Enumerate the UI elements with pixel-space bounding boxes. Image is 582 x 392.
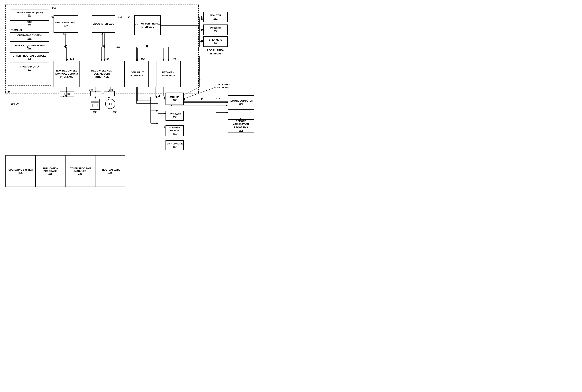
svg-marker-117	[164, 96, 166, 98]
ref-173: 173	[216, 97, 220, 100]
app-programs-bottom-cell: APPLICATION PROGRAMS 145	[36, 156, 66, 186]
microphone-box: MICROPHONE 163	[166, 140, 184, 150]
other-modules-bottom-cell: OTHER PROGRAM MODULES 146	[66, 156, 96, 186]
os-bottom-cell: OPERATING SYSTEM 144	[6, 156, 36, 186]
floppy-disk-icon	[90, 99, 100, 110]
svg-marker-59	[226, 104, 228, 106]
nonremovable-box: NON-REMOVABLE NON-VOL. MEMORY INTERFACE	[54, 61, 80, 87]
program-data-box: PROGRAM DATA 137	[10, 64, 49, 73]
svg-marker-81	[94, 96, 96, 98]
ref-151: 151	[89, 89, 93, 92]
svg-marker-40	[156, 110, 158, 112]
ref-160: 160	[141, 58, 145, 60]
ref-152: 152	[92, 111, 96, 114]
svg-marker-83	[108, 96, 110, 98]
floppy-drive-icon	[90, 91, 101, 96]
ram-label: (RAM) 132	[11, 29, 22, 32]
ref-155: 155	[109, 89, 113, 92]
ref-171: 171	[198, 78, 202, 81]
svg-marker-110	[202, 16, 203, 18]
bios-box: BIOS 133	[10, 20, 49, 27]
ref-170: 170	[172, 58, 176, 60]
keyboard-box: KEYBOARD 162	[166, 111, 184, 121]
processing-unit-box: PROCESSING UNIT 120	[54, 16, 78, 33]
hard-drive-icon	[60, 91, 74, 97]
ref-130: 130	[52, 7, 56, 10]
cd-drive-icon	[104, 91, 115, 96]
svg-marker-126	[226, 112, 228, 114]
program-data-bottom-cell: PROGRAM DATA 147	[96, 156, 125, 186]
svg-marker-25	[202, 40, 203, 42]
svg-marker-38	[156, 96, 158, 98]
ref-120-inline: 120	[64, 24, 68, 28]
svg-marker-32	[202, 98, 203, 100]
ref-121: 121	[116, 45, 120, 48]
ref-100: 100 ↗	[11, 102, 18, 106]
svg-marker-70	[164, 112, 166, 114]
speakers-box: SPEAKERS 197	[203, 36, 228, 47]
svg-marker-112	[202, 29, 203, 31]
video-interface-box: VIDEO INTERFACE	[92, 16, 115, 33]
svg-marker-30	[158, 95, 160, 97]
ref-141: 141	[63, 94, 67, 97]
remote-computer-box: REMOTE COMPUTER 180	[228, 95, 254, 110]
ref-120: 120	[50, 16, 54, 19]
svg-marker-114	[202, 41, 203, 42]
app-programs-box: APPLICATION PROGRAMS 135	[10, 43, 49, 51]
ref-140: 140	[70, 58, 74, 60]
modem-box: MODEM 172	[166, 92, 184, 105]
lan-label: LOCAL AREA NETWORK	[203, 49, 228, 55]
svg-marker-21	[202, 18, 203, 20]
svg-marker-23	[202, 29, 203, 31]
monitor-box: MONITOR 191	[203, 12, 228, 22]
os-box: OPERATING SYSTEM 134	[10, 32, 49, 42]
ref-156: 156	[112, 111, 116, 114]
ref-150: 150	[105, 58, 109, 60]
svg-marker-119	[226, 102, 228, 104]
removable-box: REMOVABLE NON-VOL. MEMORY INTERFACE	[89, 61, 115, 87]
pointing-device-box: POINTING DEVICE 161	[166, 125, 184, 136]
wan-label: WIDE AREANETWORK	[217, 83, 230, 89]
ref-195: 195	[118, 16, 122, 19]
bottom-storage-bar: OPERATING SYSTEM 144 APPLICATION PROGRAM…	[6, 155, 125, 187]
diagram: 110 100 ↗ SYSTEM MEMORY (ROM) 131 BIOS 1…	[0, 0, 291, 196]
printer-box: PRINTER 196	[203, 24, 228, 35]
svg-marker-42	[156, 122, 158, 124]
system-memory-box: SYSTEM MEMORY (ROM) 131	[10, 9, 49, 19]
remote-apps-box: REMOTE APPLICATION PROGRAMS 185	[228, 120, 254, 132]
svg-marker-68	[164, 98, 166, 100]
user-input-box: USER INPUT INTERFACE	[124, 61, 149, 87]
svg-marker-123	[240, 118, 242, 120]
network-interface-box: NETWORK INTERFACE	[156, 61, 180, 87]
cd-icon	[105, 99, 115, 109]
ref-190: 190	[126, 16, 130, 19]
other-modules-box: OTHER PROGRAM MODULES 136	[10, 52, 49, 62]
output-peripheral-box: OUTPUT PERIPHERAL INTERFACE	[134, 16, 160, 36]
ref-110: 110	[6, 91, 10, 94]
svg-marker-72	[164, 126, 166, 128]
